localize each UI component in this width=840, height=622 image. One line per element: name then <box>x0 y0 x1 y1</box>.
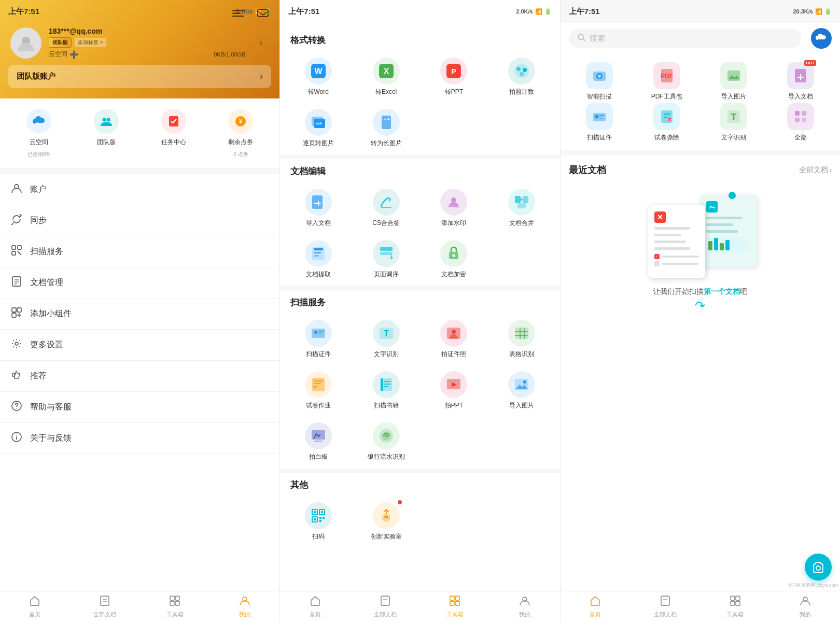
shortcut-import-doc[interactable]: HOT 导入文档 <box>770 62 832 101</box>
tool-to-long-image[interactable]: 转为长图片 <box>353 104 419 153</box>
menu-sync[interactable]: 同步 <box>0 205 279 236</box>
tool-to-word[interactable]: W 转Word <box>285 52 351 102</box>
tool-bank-ocr[interactable]: 银行流水识别 <box>353 417 419 466</box>
menu-more-settings[interactable]: 更多设置 <box>0 330 279 361</box>
table-ocr-label: 表格识别 <box>509 350 534 359</box>
tool-scan-id[interactable]: 扫描证件 <box>285 315 351 364</box>
svg-point-5 <box>102 118 106 122</box>
svg-rect-100 <box>314 518 316 520</box>
divider-1 <box>280 155 559 159</box>
qa-team[interactable]: 团队版 <box>73 109 140 158</box>
search-bar[interactable]: 搜索 <box>569 29 802 48</box>
nav-docs-1[interactable]: 全部文档 <box>70 592 140 621</box>
tool-id-photo[interactable]: 拍证件照 <box>421 315 487 364</box>
header-icons <box>230 5 271 22</box>
tool-cs-sign[interactable]: CS合合签 <box>353 183 419 233</box>
time-1: 上午7:51 <box>8 7 39 17</box>
menu-account[interactable]: 账户 <box>0 174 279 205</box>
bottom-nav-1: 首页 全部文档 工具箱 我的 <box>0 591 279 622</box>
search-icon <box>577 33 585 44</box>
shortcut-scan-id[interactable]: 扫描证件 <box>569 103 631 142</box>
nav-me-icon-2 <box>519 595 530 609</box>
tool-reorder[interactable]: 页面调序 <box>353 235 419 284</box>
tool-encrypt-doc[interactable]: 文档加密 <box>421 235 487 284</box>
svg-rect-80 <box>314 383 321 384</box>
svg-rect-124 <box>599 118 603 119</box>
tool-watermark[interactable]: 水印 添加水印 <box>421 183 487 233</box>
shortcut-import-img[interactable]: 导入图片 <box>703 62 764 101</box>
tool-photo-ppt[interactable]: 拍PPT <box>421 366 487 415</box>
svg-rect-130 <box>795 111 800 116</box>
cloud-plus-icon[interactable]: ➕ <box>69 50 78 59</box>
svg-rect-20 <box>17 308 21 312</box>
nav-tools-1[interactable]: 工具箱 <box>140 592 210 621</box>
nav-me-2[interactable]: 我的 <box>490 592 560 621</box>
tool-import-img[interactable]: 导入图片 <box>489 366 555 415</box>
tool-ocr[interactable]: T 文字识别 <box>353 315 419 364</box>
tool-whiteboard[interactable]: 拍白板 <box>285 417 351 466</box>
shortcut-exam-remove[interactable]: 试卷撕除 <box>636 103 697 142</box>
tool-photo-count[interactable]: 拍照计数 <box>489 52 555 102</box>
tool-exam[interactable]: 试卷作业 <box>285 366 351 415</box>
svg-rect-90 <box>312 430 325 440</box>
svg-line-113 <box>583 39 585 41</box>
all-shortcuts-label: 全部 <box>794 133 807 142</box>
menu-recommend[interactable]: 推荐 <box>0 361 279 392</box>
svg-rect-135 <box>661 596 669 605</box>
menu-icon[interactable] <box>230 5 246 22</box>
tool-to-ppt[interactable]: P 转PPT <box>421 52 487 102</box>
camera-fab[interactable] <box>805 554 832 581</box>
menu-doc-mgmt[interactable]: 文档管理 <box>0 267 279 299</box>
tool-qrcode[interactable]: 扫码 <box>285 497 351 546</box>
qa-task[interactable]: 任务中心 <box>140 109 207 158</box>
shortcut-pdf-tools[interactable]: PDF PDF工具包 <box>636 62 697 101</box>
team-banner[interactable]: 团队版账户 › <box>8 65 271 88</box>
nav-home-3[interactable]: 首页 <box>561 592 631 621</box>
menu-about[interactable]: 关于与反馈 <box>0 423 279 454</box>
import-img-label: 导入图片 <box>509 401 534 410</box>
svg-line-14 <box>18 251 21 255</box>
panel3-header: 搜索 <box>561 23 840 54</box>
to-excel-label: 转Excel <box>375 88 397 96</box>
svg-rect-30 <box>101 596 109 605</box>
menu-help[interactable]: 帮助与客服 <box>0 392 279 423</box>
nav-docs-3[interactable]: 全部文档 <box>630 592 700 621</box>
nav-home-1[interactable]: 首页 <box>0 592 70 621</box>
svg-point-52 <box>451 197 456 203</box>
svg-point-66 <box>314 331 317 334</box>
tool-table-ocr[interactable]: 表格识别 <box>489 315 555 364</box>
import-img-icon <box>508 371 535 398</box>
svg-text:T: T <box>384 329 389 338</box>
nav-tools-2[interactable]: 工具箱 <box>420 592 490 621</box>
cs-sign-icon <box>373 189 400 216</box>
qa-points[interactable]: ¥ 剩余点券 0 点券 <box>207 109 274 158</box>
message-icon[interactable] <box>255 5 271 22</box>
tool-scan-book[interactable]: 扫描书籍 <box>353 366 419 415</box>
svg-rect-103 <box>319 520 321 522</box>
svg-rect-138 <box>736 596 740 600</box>
menu-scan-service[interactable]: 扫描服务 <box>0 236 279 267</box>
nav-tools-3[interactable]: 工具箱 <box>700 592 770 621</box>
nav-me-3[interactable]: 我的 <box>770 592 840 621</box>
tool-merge-doc[interactable]: 文档合并 <box>489 183 555 233</box>
tool-extract-doc[interactable]: 文档提取 <box>285 235 351 284</box>
tool-to-images[interactable]: 逐页转图片 <box>285 104 351 153</box>
svg-rect-67 <box>318 331 324 332</box>
qa-cloud[interactable]: 云空间 已使用0% <box>5 109 73 158</box>
all-docs-link[interactable]: 全部文档 › <box>799 165 832 175</box>
tool-to-excel[interactable]: X 转Excel <box>353 52 419 102</box>
profile-arrow[interactable]: › <box>253 35 269 51</box>
nav-me-1[interactable]: 我的 <box>209 592 279 621</box>
menu-add-widget[interactable]: 添加小组件 <box>0 299 279 330</box>
nav-docs-2[interactable]: 全部文档 <box>350 592 420 621</box>
shortcut-text-ocr[interactable]: T 文字识别 <box>703 103 764 142</box>
empty-state-text: 让我们开始扫描第一个文档吧 <box>653 287 747 296</box>
shortcut-all[interactable]: 全部 <box>770 103 832 142</box>
extract-doc-icon <box>305 240 332 267</box>
tool-innovation-lab[interactable]: 创新实验室 <box>353 497 419 546</box>
tool-import-doc[interactable]: 导入文档 <box>285 183 351 233</box>
cloud-backup-icon[interactable] <box>811 28 832 49</box>
add-label[interactable]: 添加标签 > <box>75 38 106 47</box>
shortcut-smart-scan[interactable]: 智能扫描 <box>569 62 631 101</box>
nav-home-2[interactable]: 首页 <box>280 592 350 621</box>
